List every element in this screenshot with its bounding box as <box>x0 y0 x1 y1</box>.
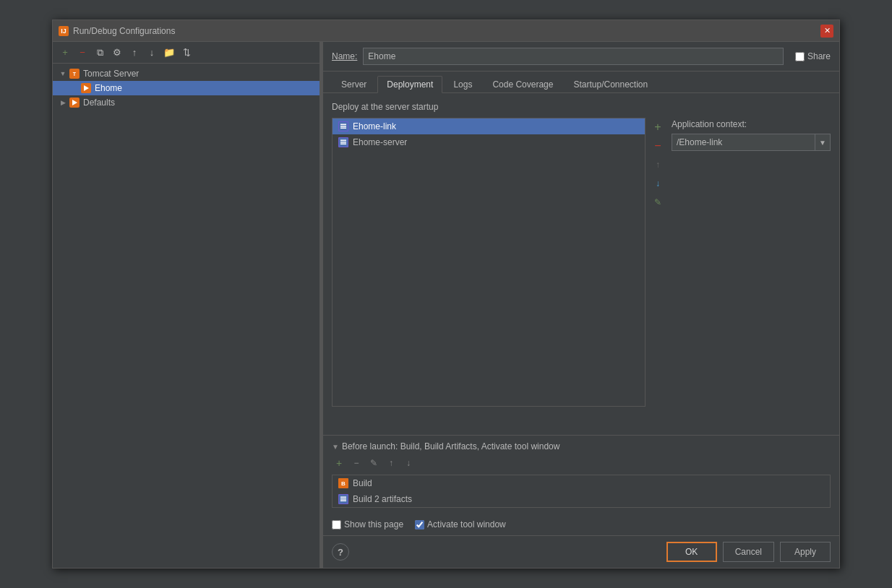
artifact-icon <box>338 494 348 504</box>
before-launch-item-build-artifacts[interactable]: Build 2 artifacts <box>333 491 830 507</box>
share-label: Share <box>807 51 831 61</box>
tree-item-ehome[interactable]: Ehome <box>53 81 320 95</box>
deploy-area: Ehome-link <box>332 118 831 426</box>
show-this-page-checkbox[interactable] <box>332 520 341 529</box>
expand-icon: ▶ <box>59 98 67 107</box>
activate-tool-window-option: Activate tool window <box>415 519 506 529</box>
move-down-button[interactable]: ↓ <box>144 45 160 61</box>
cancel-button[interactable]: Cancel <box>723 542 774 562</box>
desktop: IJ Run/Debug Configurations ✕ + − ⧉ ⚙ ↑ … <box>0 0 892 588</box>
name-row: Name: Share <box>323 42 839 72</box>
before-launch-item-build[interactable]: B Build <box>333 475 830 491</box>
ok-button[interactable]: OK <box>666 542 717 562</box>
activate-tool-window-checkbox[interactable] <box>415 520 424 529</box>
run-config-icon <box>80 82 92 94</box>
before-launch-item-label: Build <box>353 478 372 488</box>
before-launch-toolbar: + − ✎ ↑ ↓ <box>332 456 831 470</box>
deploy-label: Deploy at the server startup <box>332 102 831 112</box>
svg-rect-9 <box>340 124 346 126</box>
remove-config-button[interactable]: − <box>74 45 90 61</box>
tree-item-defaults[interactable]: ▶ Defaults <box>53 95 320 110</box>
tab-code-coverage[interactable]: Code Coverage <box>483 76 562 92</box>
edit-artifact-button[interactable]: ✎ <box>650 194 666 210</box>
expand-icon <box>70 84 79 92</box>
before-launch-section: ▼ Before launch: Build, Build Artifacts,… <box>323 435 839 514</box>
left-toolbar: + − ⧉ ⚙ ↑ ↓ 📁 ⇅ <box>53 42 320 64</box>
config-tree: ▼ T Tomcat Server <box>53 64 320 568</box>
tree-item-label: Ehome <box>95 83 122 93</box>
deploy-item-label: Ehome-link <box>353 121 396 131</box>
move-up-artifact-button[interactable]: ↑ <box>650 157 666 173</box>
footer-left: ? <box>332 543 349 561</box>
deploy-list-area: Ehome-link <box>332 118 666 426</box>
svg-text:B: B <box>341 480 346 487</box>
svg-rect-19 <box>340 497 346 498</box>
svg-rect-12 <box>340 144 346 145</box>
left-panel: + − ⧉ ⚙ ↑ ↓ 📁 ⇅ ▼ <box>53 42 320 568</box>
svg-rect-17 <box>340 498 346 500</box>
expand-icon: ▼ <box>59 69 67 78</box>
close-button[interactable]: ✕ <box>820 25 833 38</box>
add-before-launch-button[interactable]: + <box>332 456 346 470</box>
before-launch-title: Before launch: Build, Build Artifacts, A… <box>342 441 560 451</box>
build-icon: B <box>338 478 348 488</box>
add-config-button[interactable]: + <box>57 45 73 61</box>
folder-button[interactable]: 📁 <box>161 45 177 61</box>
app-context-dropdown-button[interactable]: ▼ <box>815 134 831 151</box>
settings-button[interactable]: ⚙ <box>109 45 125 61</box>
deploy-side-buttons: + − ↑ ↓ ✎ <box>650 118 666 426</box>
name-label: Name: <box>332 51 357 61</box>
svg-rect-11 <box>340 142 346 143</box>
right-panel: Name: Share Server Deployment Logs Code … <box>323 42 839 568</box>
tabs-row: Server Deployment Logs Code Coverage Sta… <box>323 72 839 93</box>
title-bar: IJ Run/Debug Configurations ✕ <box>53 20 839 42</box>
tab-server[interactable]: Server <box>332 76 376 92</box>
artifact-icon <box>338 137 348 147</box>
move-down-before-launch-button[interactable]: ↓ <box>401 456 416 470</box>
tab-startup-connection[interactable]: Startup/Connection <box>564 76 657 92</box>
app-context-area: Application context: ▼ <box>672 118 831 426</box>
help-button[interactable]: ? <box>332 543 349 561</box>
show-this-page-option: Show this page <box>332 519 403 529</box>
edit-before-launch-button[interactable]: ✎ <box>366 456 381 470</box>
tab-deployment[interactable]: Deployment <box>377 76 442 93</box>
name-input[interactable] <box>363 48 784 65</box>
sort-button[interactable]: ⇅ <box>179 45 194 61</box>
remove-before-launch-button[interactable]: − <box>349 456 364 470</box>
tree-item-label: Tomcat Server <box>83 69 139 79</box>
before-launch-header[interactable]: ▼ Before launch: Build, Build Artifacts,… <box>332 441 831 451</box>
collapse-icon: ▼ <box>332 443 339 451</box>
tab-content-deployment: Deploy at the server startup <box>323 93 839 435</box>
tomcat-icon: T <box>69 68 80 79</box>
move-up-button[interactable]: ↑ <box>126 45 142 61</box>
deploy-item-ehome-link[interactable]: Ehome-link <box>333 118 645 134</box>
svg-text:T: T <box>73 72 77 77</box>
svg-rect-8 <box>340 128 346 129</box>
deploy-list: Ehome-link <box>332 118 646 407</box>
options-row: Show this page Activate tool window <box>323 514 839 535</box>
apply-button[interactable]: Apply <box>780 542 831 562</box>
deploy-item-ehome-server[interactable]: Ehome-server <box>333 134 645 150</box>
copy-config-button[interactable]: ⧉ <box>92 45 108 61</box>
svg-rect-13 <box>340 140 346 142</box>
run-debug-dialog: IJ Run/Debug Configurations ✕ + − ⧉ ⚙ ↑ … <box>52 20 840 568</box>
app-context-input[interactable] <box>672 134 815 151</box>
deploy-item-label: Ehome-server <box>353 137 407 147</box>
before-launch-list: B Build <box>332 475 831 508</box>
app-context-select: ▼ <box>672 134 831 151</box>
activate-tool-window-label: Activate tool window <box>427 519 506 529</box>
move-down-artifact-button[interactable]: ↓ <box>650 176 666 191</box>
show-this-page-label: Show this page <box>344 519 403 529</box>
tab-logs[interactable]: Logs <box>444 76 481 92</box>
tree-item-tomcat-server[interactable]: ▼ T Tomcat Server <box>53 66 320 81</box>
before-launch-item-label: Build 2 artifacts <box>353 494 412 504</box>
app-icon: IJ <box>59 26 69 36</box>
remove-artifact-button[interactable]: − <box>650 138 666 154</box>
svg-rect-7 <box>340 126 346 127</box>
add-artifact-button[interactable]: + <box>650 119 666 135</box>
share-row: Share <box>795 51 831 61</box>
move-up-before-launch-button[interactable]: ↑ <box>384 456 398 470</box>
app-context-label: Application context: <box>672 119 831 129</box>
share-checkbox[interactable] <box>795 52 805 61</box>
dialog-title: Run/Debug Configurations <box>73 26 820 36</box>
